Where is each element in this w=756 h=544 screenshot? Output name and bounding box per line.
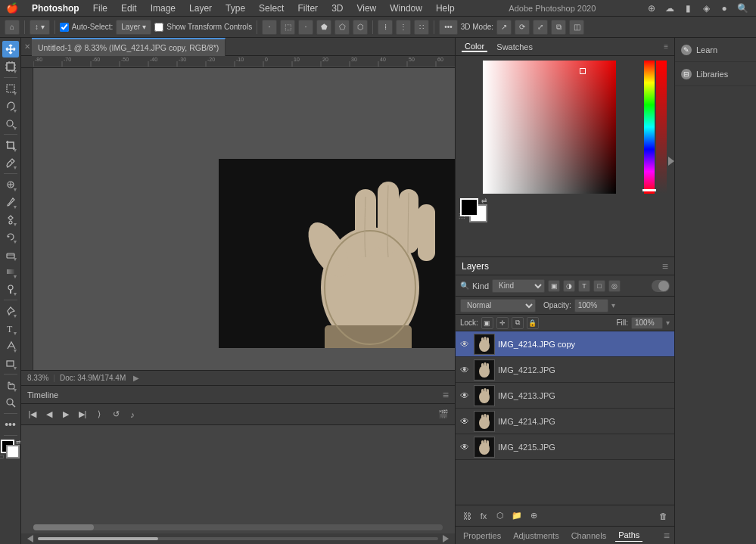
menu-type[interactable]: Type [219,2,251,15]
home-button[interactable]: ⌂ [5,20,20,35]
swatches-tab[interactable]: Swatches [493,42,536,51]
dist-v-btn[interactable]: ⋮ [396,20,411,35]
3d-btn3[interactable]: ⤢ [533,20,548,35]
cloud-icon[interactable]: ☁ [662,1,677,16]
layer-visibility-icon[interactable]: 👁 [459,390,471,402]
align-left-btn[interactable]: ⬝ [262,20,277,35]
menu-help[interactable]: Help [430,2,461,15]
layer-visibility-icon[interactable]: 👁 [459,364,471,376]
timeline-menu-icon[interactable]: ≡ [443,389,449,401]
filter-pixel-icon[interactable]: ▣ [548,280,560,292]
rectangular-marquee-tool[interactable]: ▼ [2,80,19,97]
3d-btn4[interactable]: ⧉ [551,20,566,35]
3d-btn5[interactable]: ◫ [569,20,584,35]
canvas-tab[interactable]: Untitled-1 @ 8.33% (IMG_4214.JPG copy, R… [32,38,226,56]
color-tab[interactable]: Color [462,42,487,52]
tl-prev-frame-btn[interactable]: ◀ [42,408,56,421]
align-top-btn[interactable]: ⬟ [316,20,331,35]
layer-visibility-icon[interactable]: 👁 [459,415,471,427]
tl-play-btn[interactable]: ▶ [59,408,73,421]
gradient-tool[interactable]: ▼ [2,263,19,280]
filter-toggle[interactable] [652,280,670,292]
layer-item[interactable]: 👁IMG_4213.JPG [456,383,674,409]
tl-render-btn[interactable]: 🎬 [437,408,450,421]
color-panel-triangle-icon[interactable] [668,157,674,166]
reset-colors-icon[interactable]: □ [0,453,3,460]
timeline-scrub-track[interactable] [38,537,438,540]
zoom-tool[interactable] [2,394,19,411]
prev-icon[interactable] [27,535,35,542]
status-arrow-icon[interactable]: ▶ [133,374,139,382]
layer-item[interactable]: 👁IMG_4212.JPG [456,357,674,383]
tl-audio-btn[interactable]: ♪ [126,408,139,421]
move-tool-options[interactable]: ↕ ▾ [30,20,50,35]
more-options-btn[interactable]: ••• [439,20,458,35]
menu-window[interactable]: Window [384,2,428,15]
auto-select-checkbox[interactable] [60,23,69,32]
filter-kind-select[interactable]: Kind [492,279,545,293]
filter-adj-icon[interactable]: ◑ [563,280,575,292]
opacity-input[interactable] [574,299,608,312]
move-tool[interactable] [2,41,19,58]
history-brush-tool[interactable]: ▼ [2,228,19,245]
menu-filter[interactable]: Filter [291,2,324,15]
properties-tab[interactable]: Properties [460,530,504,542]
eraser-tool[interactable]: ▼ [2,246,19,263]
delete-layer-btn[interactable]: 🗑 [656,509,670,523]
bottom-tabs-menu-icon[interactable]: ≡ [664,530,670,542]
filter-text-icon[interactable]: T [578,280,590,292]
align-center-v-btn[interactable]: ⬠ [334,20,350,35]
tl-first-frame-btn[interactable]: |◀ [26,408,39,421]
eyedropper-tool[interactable]: ▼ [2,154,19,171]
layer-item[interactable]: 👁IMG_4214.JPG [456,409,674,434]
timeline-scrollbar-thumb[interactable] [33,524,94,530]
canvas-viewport[interactable] [33,68,455,370]
tl-next-frame-btn[interactable]: ▶| [76,408,89,421]
opacity-stepper-icon[interactable]: ▾ [611,301,615,309]
link-layers-btn[interactable]: ⛓ [460,509,474,523]
blend-mode-select[interactable]: Normal [460,299,536,312]
color-saturation-field[interactable] [483,61,616,194]
transform-controls-checkbox[interactable] [154,23,163,32]
menu-layer[interactable]: Layer [183,2,218,15]
foreground-swatch[interactable] [460,198,478,216]
menu-file[interactable]: File [87,2,114,15]
hand-tool[interactable]: ▼ [2,377,19,393]
align-right-btn[interactable]: ⬞ [298,20,313,35]
tl-loop-btn[interactable]: ↺ [109,408,123,421]
layers-menu-icon[interactable]: ≡ [662,260,668,272]
dodge-tool[interactable]: ▼ [2,281,19,297]
channels-tab[interactable]: Channels [568,530,609,542]
clone-stamp-tool[interactable]: ▼ [2,211,19,228]
menu-view[interactable]: View [350,2,382,15]
lasso-tool[interactable]: ▼ [2,98,19,114]
path-selection-tool[interactable]: ▼ [2,337,19,354]
learn-panel-item[interactable]: ✎ Learn [675,38,756,62]
tab-close-icon[interactable]: ✕ [24,42,30,51]
create-fill-adj-btn[interactable]: ⊕ [527,509,540,523]
layer-visibility-icon[interactable]: 👁 [459,338,471,350]
timeline-scrollbar[interactable] [33,524,443,530]
layer-item[interactable]: 👁IMG_4215.JPG [456,434,674,460]
search-top-icon[interactable]: 🔍 [735,1,750,16]
healing-brush-tool[interactable]: ▼ [2,176,19,193]
brush-tool[interactable]: ▼ [2,194,19,210]
fill-stepper-icon[interactable]: ▾ [666,319,670,327]
layer-visibility-icon[interactable]: 👁 [459,441,471,453]
wifi-icon[interactable]: ⊕ [644,1,659,16]
swap-colors-icon[interactable]: ⇄ [16,439,21,446]
color-panel-collapse-icon[interactable]: ≡ [664,42,668,51]
menu-edit[interactable]: Edit [115,2,143,15]
crop-tool[interactable]: ▼ [2,137,19,154]
create-group-btn[interactable]: 📁 [510,509,524,523]
type-tool[interactable]: T ▼ [2,320,19,337]
auto-select-dropdown[interactable]: Layer ▾ [116,20,151,35]
dist-btn3[interactable]: ∷ [414,20,429,35]
add-mask-btn[interactable]: ⬡ [493,509,507,523]
layer-item[interactable]: 👁IMG_4214.JPG copy [456,331,674,357]
adjustments-tab[interactable]: Adjustments [510,530,562,542]
quick-selection-tool[interactable]: ▼ [2,115,19,132]
fill-input[interactable] [631,317,663,329]
battery-icon[interactable]: ▮ [680,1,695,16]
tl-last-frame-btn[interactable]: ⟩ [92,408,106,421]
